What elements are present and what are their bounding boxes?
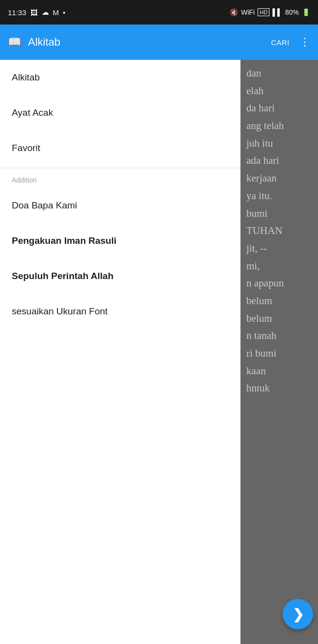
status-bar: 11:33 🖼 ☁ M • 🔇 WiFi HD ▌▌ 80% 🔋 (0, 0, 318, 25)
search-button[interactable]: CARI (271, 38, 290, 47)
drawer-item-doa-bapa-kami[interactable]: Doa Bapa Kami (0, 188, 240, 223)
drawer-item-pengakuan-iman-rasuli[interactable]: Pengakuan Iman Rasuli (0, 223, 240, 258)
email-icon: M (53, 8, 59, 17)
bg-line-7: kerjaan (246, 170, 312, 187)
battery-icon: 🔋 (302, 8, 310, 16)
drawer-label-ayat-acak: Ayat Acak (12, 107, 53, 118)
drawer-item-ayat-acak[interactable]: Ayat Acak (0, 95, 240, 130)
bg-line-11: jit, -- (246, 240, 312, 258)
main-layout: Alkitab Ayat Acak Favorit Addition Doa B… (0, 60, 318, 644)
bg-line-19: hntuk (246, 380, 312, 397)
drawer-label-sesuaikan-ukuran-font: sesuaikan Ukuran Font (12, 306, 107, 317)
bg-line-1: dan (246, 65, 312, 82)
drawer-item-alkitab[interactable]: Alkitab (0, 60, 240, 95)
drawer-item-sesuaikan-ukuran-font[interactable]: sesuaikan Ukuran Font (0, 294, 240, 329)
drawer-label-alkitab: Alkitab (12, 72, 40, 83)
battery-display: 80% (285, 8, 299, 16)
dot-indicator: • (63, 8, 65, 17)
drawer-label-favorit: Favorit (12, 143, 40, 154)
cloud-icon: ☁ (42, 8, 49, 17)
bg-line-6: ada hari (246, 152, 312, 170)
time-display: 11:33 (8, 8, 26, 17)
header-left: 📖 Alkitab (8, 36, 60, 49)
app-title: Alkitab (28, 36, 60, 49)
app-header: 📖 Alkitab CARI ⋮ (0, 25, 318, 60)
bg-content: dan elah da hari ang telah juh itu ada h… (240, 60, 318, 644)
status-left: 11:33 🖼 ☁ M • (8, 8, 65, 17)
bg-line-5: juh itu (246, 135, 312, 153)
bg-line-18: kaan (246, 362, 312, 380)
more-options-icon[interactable]: ⋮ (299, 36, 310, 49)
header-right: CARI ⋮ (271, 36, 310, 49)
bg-line-8: ya itu. (246, 187, 312, 205)
bg-line-14: belum (246, 292, 312, 310)
bg-line-3: da hari (246, 100, 312, 117)
drawer-menu: Alkitab Ayat Acak Favorit Addition Doa B… (0, 60, 240, 644)
bg-line-15: belum (246, 310, 312, 328)
gallery-icon: 🖼 (30, 8, 38, 17)
mute-icon: 🔇 (230, 8, 238, 16)
bg-text-content: dan elah da hari ang telah juh itu ada h… (240, 60, 318, 402)
drawer-item-favorit[interactable]: Favorit (0, 130, 240, 166)
drawer-item-sepuluh-perintah-allah[interactable]: Sepuluh Perintah Allah (0, 258, 240, 294)
drawer-label-doa-bapa-kami: Doa Bapa Kami (12, 200, 77, 211)
fab-next-button[interactable]: ❯ (283, 599, 313, 629)
book-icon: 📖 (8, 36, 21, 49)
status-right: 🔇 WiFi HD ▌▌ 80% 🔋 (230, 8, 310, 16)
drawer-label-sepuluh-perintah-allah: Sepuluh Perintah Allah (12, 271, 113, 282)
bg-line-16: n tanah (246, 327, 312, 345)
drawer-divider (0, 168, 240, 168)
wifi-icon: WiFi (241, 8, 255, 16)
drawer-label-pengakuan-iman-rasuli: Pengakuan Iman Rasuli (12, 235, 116, 246)
bg-line-9: bumi (246, 205, 312, 223)
hd-icon: HD (258, 8, 269, 16)
bg-line-12: mi, (246, 258, 312, 275)
bg-line-2: elah (246, 82, 312, 100)
fab-arrow-icon: ❯ (292, 606, 304, 622)
bg-line-4: ang telah (246, 117, 312, 135)
signal-icon: ▌▌ (272, 8, 282, 16)
bg-line-13: n apapun (246, 275, 312, 292)
bg-line-10: TUHAN (246, 222, 312, 240)
bg-line-17: ri bumi (246, 345, 312, 362)
section-label-addition: Addition (0, 170, 240, 188)
